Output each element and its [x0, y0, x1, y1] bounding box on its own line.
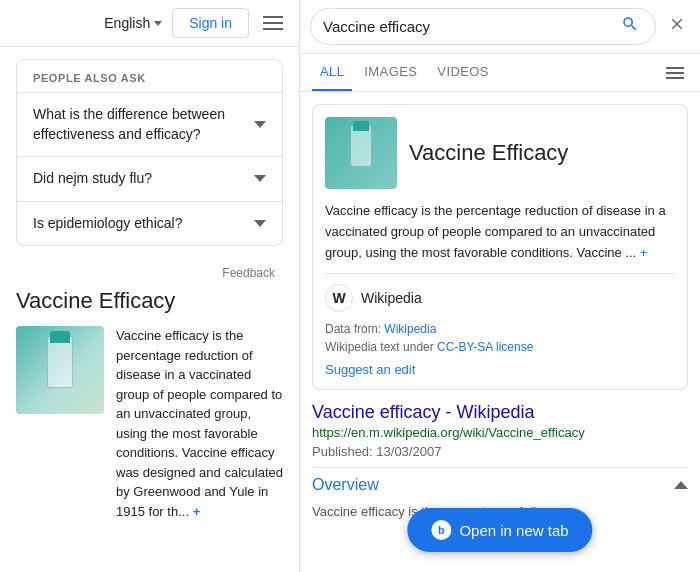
license-link[interactable]: CC-BY-SA license — [437, 340, 533, 354]
hamburger-line — [263, 22, 283, 24]
kc-description: Vaccine efficacy is the percentage reduc… — [325, 201, 675, 263]
sign-in-button[interactable]: Sign in — [172, 8, 249, 38]
right-content: Vaccine Efficacy Vaccine efficacy is the… — [300, 92, 700, 572]
result-body: Vaccine efficacy is the percentage reduc… — [16, 326, 283, 521]
knowledge-card: Vaccine Efficacy Vaccine efficacy is the… — [312, 104, 688, 390]
more-link[interactable]: + — [193, 504, 201, 519]
search-icon — [621, 15, 639, 33]
result-published: Published: 13/03/2007 — [312, 444, 688, 459]
paa-title: PEOPLE ALSO ASK — [17, 60, 282, 92]
vaccine-image — [16, 326, 104, 414]
kc-divider — [325, 273, 675, 274]
result-url: https://en.m.wikipedia.org/wiki/Vaccine_… — [312, 425, 688, 440]
kc-wiki-row: W Wikipedia — [325, 284, 675, 312]
hamburger-line — [263, 28, 283, 30]
bing-logo: b — [431, 520, 451, 540]
tab-videos[interactable]: VIDEOS — [429, 54, 497, 91]
paa-question: Is epidemiology ethical? — [33, 214, 246, 234]
feedback-row: Feedback — [16, 262, 283, 288]
kc-more-link[interactable]: + — [640, 245, 648, 260]
paa-item[interactable]: Did nejm study flu? — [17, 156, 282, 201]
open-tab-label: Open in new tab — [459, 522, 568, 539]
left-content: PEOPLE ALSO ASK What is the difference b… — [0, 47, 299, 541]
overview-row[interactable]: Overview — [312, 467, 688, 502]
search-input[interactable] — [323, 18, 617, 35]
paa-question: What is the difference between effective… — [33, 105, 246, 144]
chevron-down-icon — [254, 175, 266, 182]
chevron-down-icon — [254, 220, 266, 227]
feedback-label: Feedback — [222, 266, 275, 280]
paa-item[interactable]: What is the difference between effective… — [17, 92, 282, 156]
open-in-new-tab-button[interactable]: b Open in new tab — [407, 508, 592, 552]
kc-license: Wikipedia text under CC-BY-SA license — [325, 340, 675, 354]
search-result: Vaccine efficacy - Wikipedia https://en.… — [312, 402, 688, 522]
search-icon-button[interactable] — [617, 15, 643, 38]
tab-all[interactable]: ALL — [312, 54, 352, 91]
tabs-row: ALL IMAGES VIDEOS — [300, 54, 700, 92]
wiki-label: Wikipedia — [361, 290, 422, 306]
data-from-link[interactable]: Wikipedia — [384, 322, 436, 336]
hamburger-line — [666, 77, 684, 79]
hamburger-line — [666, 72, 684, 74]
result-thumbnail — [16, 326, 104, 414]
wikipedia-logo: W — [325, 284, 353, 312]
close-icon — [668, 15, 686, 33]
kc-title: Vaccine Efficacy — [409, 140, 568, 166]
result-title: Vaccine Efficacy — [16, 288, 283, 314]
top-bar: English Sign in — [0, 0, 299, 47]
result-snippet: Vaccine efficacy is the percentage reduc… — [116, 326, 283, 521]
search-input-wrapper[interactable] — [310, 8, 656, 45]
paa-question: Did nejm study flu? — [33, 169, 246, 189]
suggest-edit-link[interactable]: Suggest an edit — [325, 362, 675, 377]
tabs-menu-button[interactable] — [662, 63, 688, 83]
right-panel: ALL IMAGES VIDEOS Vaccine Efficacy Vacci… — [300, 0, 700, 572]
kc-thumbnail — [325, 117, 397, 189]
kc-header: Vaccine Efficacy — [325, 117, 675, 189]
hamburger-line — [263, 16, 283, 18]
hamburger-line — [666, 67, 684, 69]
chevron-down-icon — [254, 121, 266, 128]
people-also-ask-box: PEOPLE ALSO ASK What is the difference b… — [16, 59, 283, 246]
chevron-up-icon — [674, 481, 688, 489]
tab-images[interactable]: IMAGES — [356, 54, 425, 91]
search-bar — [300, 0, 700, 54]
overview-label: Overview — [312, 476, 379, 494]
paa-item[interactable]: Is epidemiology ethical? — [17, 201, 282, 246]
language-selector[interactable]: English — [104, 15, 162, 31]
kc-source-info: Data from: Wikipedia — [325, 322, 675, 336]
left-panel: English Sign in PEOPLE ALSO ASK What is … — [0, 0, 300, 572]
result-link[interactable]: Vaccine efficacy - Wikipedia — [312, 402, 688, 423]
language-label: English — [104, 15, 150, 31]
menu-button[interactable] — [259, 12, 287, 34]
language-chevron-icon — [154, 21, 162, 26]
close-button[interactable] — [664, 11, 690, 42]
main-result: Vaccine Efficacy Vaccine efficacy is the… — [16, 288, 283, 521]
